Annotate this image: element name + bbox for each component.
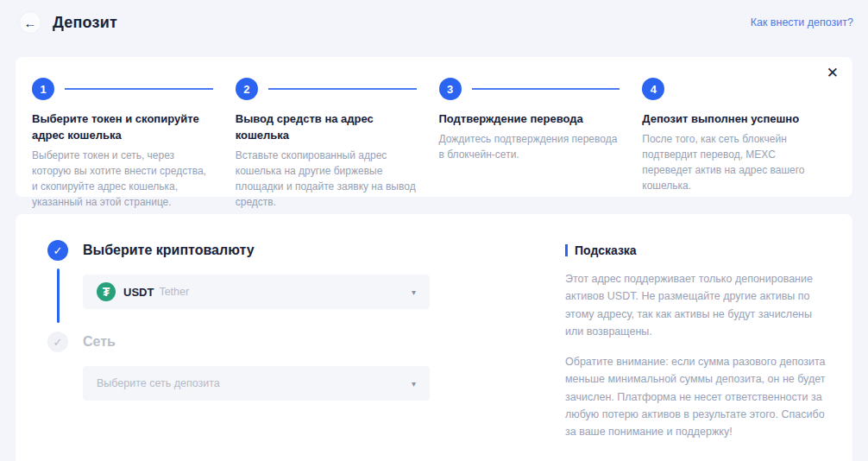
- step-connector-line: [472, 88, 620, 90]
- check-circle-icon: ✓: [47, 240, 68, 261]
- deposit-form-card: ✓ Выберите криптовалюту ₮ USDT Tether ▾ …: [16, 214, 852, 461]
- step-3-description: Дождитесь подтверждения перевода в блокч…: [439, 131, 620, 162]
- choose-crypto-heading: Выберите криптовалюту: [83, 240, 531, 258]
- step-2-title: Вывод средств на адрес кошелька: [236, 111, 417, 144]
- step-4-description: После того, как сеть блокчейн подтвердит…: [642, 131, 823, 193]
- step-2-number: 2: [236, 78, 258, 100]
- step-4: 4 Депозит выполнен успешно После того, к…: [642, 78, 823, 210]
- close-icon[interactable]: ✕: [827, 66, 839, 80]
- step-3-title: Подтверждение перевода: [439, 111, 620, 128]
- choose-network-block: ✓ Сеть Выберите сеть депозита ▾: [47, 332, 531, 423]
- step-2: 2 Вывод средств на адрес кошелька Вставь…: [236, 78, 417, 210]
- choose-crypto-block: ✓ Выберите криптовалюту ₮ USDT Tether ▾: [47, 240, 531, 332]
- network-select[interactable]: Выберите сеть депозита ▾: [83, 366, 430, 401]
- step-connector-line: [65, 88, 213, 90]
- step-1: 1 Выберите токен и скопируйте адрес коше…: [32, 78, 213, 210]
- network-select-placeholder: Выберите сеть депозита: [97, 377, 220, 389]
- step-1-number: 1: [32, 78, 54, 100]
- stepper-vertical-line: [57, 268, 60, 323]
- step-2-description: Вставьте скопированный адрес кошелька на…: [236, 148, 417, 210]
- network-heading: Сеть: [83, 332, 531, 350]
- step-connector-line: [268, 88, 417, 90]
- chevron-down-icon: ▾: [412, 287, 416, 297]
- hint-paragraph-1: Этот адрес поддерживает только депониров…: [565, 270, 828, 340]
- chevron-down-icon: ▾: [412, 379, 416, 388]
- step-4-number: 4: [642, 78, 664, 100]
- form-column: ✓ Выберите криптовалюту ₮ USDT Tether ▾ …: [47, 240, 531, 461]
- page-title: Депозит: [53, 14, 117, 32]
- step-4-title: Депозит выполнен успешно: [642, 111, 823, 128]
- tether-coin-icon: ₮: [97, 282, 116, 301]
- tips-column: Подсказка Этот адрес поддерживает только…: [565, 240, 828, 461]
- crypto-select[interactable]: ₮ USDT Tether ▾: [83, 275, 430, 309]
- deposit-steps-card: ✕ 1 Выберите токен и скопируйте адрес ко…: [16, 57, 852, 197]
- step-3: 3 Подтверждение перевода Дождитесь подтв…: [439, 78, 620, 210]
- hint-title-text: Подсказка: [575, 243, 637, 257]
- page-header: ← Депозит Как внести депозит?: [0, 0, 868, 34]
- step-3-number: 3: [439, 78, 462, 100]
- accent-bar: [565, 244, 568, 256]
- selected-coin-name: Tether: [159, 286, 189, 298]
- selected-coin-symbol: USDT: [123, 286, 154, 299]
- step-1-description: Выберите токен и сеть, через которую вы …: [32, 148, 213, 210]
- hint-paragraph-2: Обратите внимание: если сумма разового д…: [565, 353, 828, 440]
- hint-title: Подсказка: [565, 243, 828, 257]
- step-1-title: Выберите токен и скопируйте адрес кошель…: [32, 111, 213, 144]
- how-to-deposit-link[interactable]: Как внести депозит?: [751, 16, 853, 28]
- steps-grid: 1 Выберите токен и скопируйте адрес коше…: [32, 78, 823, 210]
- back-arrow-icon[interactable]: ←: [19, 11, 41, 34]
- check-circle-inactive-icon: ✓: [47, 332, 68, 352]
